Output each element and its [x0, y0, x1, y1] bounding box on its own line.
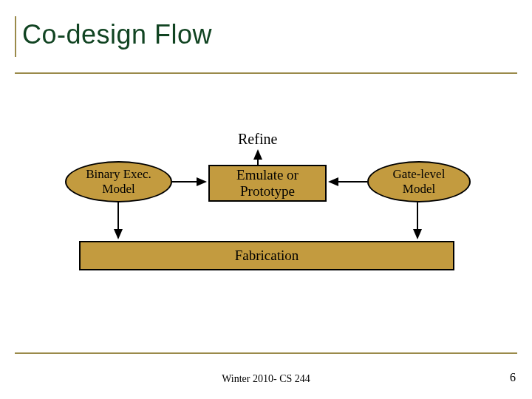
node-binary-exec: Binary Exec. Model	[65, 161, 172, 202]
node-binary-exec-label: Binary Exec. Model	[86, 167, 151, 196]
slide: Co-design Flow Refine Binary Exec. Model…	[0, 0, 532, 399]
node-gate-level: Gate-level Model	[367, 161, 471, 202]
node-gate-level-label: Gate-level Model	[393, 167, 446, 196]
footer-center: Winter 2010- CS 244	[0, 373, 532, 385]
node-emulate: Emulate or Prototype	[208, 165, 327, 202]
node-emulate-label: Emulate or Prototype	[236, 167, 299, 200]
refine-label: Refine	[238, 131, 277, 148]
footer-page-number: 6	[510, 371, 516, 384]
node-fabrication-label: Fabrication	[235, 248, 299, 264]
node-fabrication: Fabrication	[79, 241, 454, 270]
title-bar: Co-design Flow	[15, 16, 517, 74]
footer-rule	[15, 352, 517, 354]
page-title: Co-design Flow	[22, 19, 212, 50]
